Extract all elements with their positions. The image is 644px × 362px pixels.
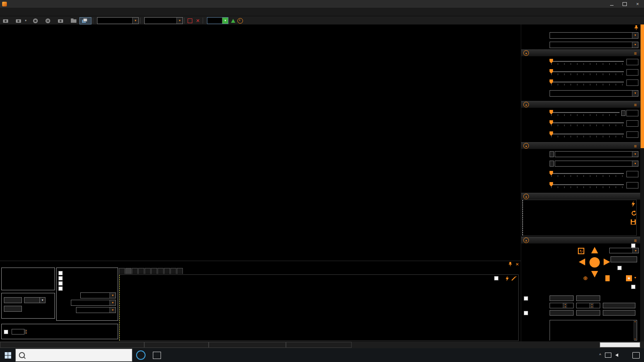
selection-area-icon[interactable] xyxy=(188,18,192,23)
scope-connected-checkbox[interactable] xyxy=(631,243,635,248)
reticle-icon[interactable]: ✕ xyxy=(194,18,201,24)
step-fine-spinner[interactable]: ▲▼ xyxy=(576,303,600,308)
save-reset-checkbox[interactable] xyxy=(4,330,8,334)
target-name-dropdown-icon[interactable]: ▼ xyxy=(132,18,138,24)
focus-out-coarse-button[interactable] xyxy=(550,310,574,316)
cortana-icon[interactable] xyxy=(136,350,146,360)
spiral-search-icon[interactable]: ↻ xyxy=(578,248,584,254)
pause-stack-button[interactable] xyxy=(4,306,22,312)
chevron-down-icon[interactable]: ▼ xyxy=(632,91,638,96)
align-frames-checkbox[interactable] xyxy=(58,271,63,275)
scrollbar-thumb[interactable] xyxy=(641,24,644,148)
slew-south-button[interactable] xyxy=(591,271,598,277)
maximize-button[interactable] xyxy=(618,0,631,8)
target-temperature-slider[interactable] xyxy=(551,120,624,127)
stop-capture-button[interactable] xyxy=(30,16,43,25)
section-image-controls[interactable]: ▲ ≡ xyxy=(521,49,640,56)
zoom-select[interactable]: ▼ xyxy=(207,17,228,24)
collapse-icon[interactable]: ▲ xyxy=(523,237,529,243)
collapse-icon[interactable]: ▲ xyxy=(523,50,529,56)
target-name-select[interactable]: ▼ xyxy=(97,17,139,24)
chevron-down-icon[interactable]: ▼ xyxy=(632,248,638,253)
search-input[interactable] xyxy=(28,352,132,358)
fx-select[interactable]: ▼ xyxy=(144,17,183,24)
raw-frames-select[interactable]: ▼ xyxy=(80,292,116,298)
chevron-down-icon[interactable]: ▼ xyxy=(632,161,638,166)
scope-setup-button[interactable] xyxy=(611,256,637,262)
quick-capture-dropdown-icon[interactable]: ▼ xyxy=(24,19,27,22)
section-preprocessing[interactable]: ▲ ≡ xyxy=(521,142,640,149)
notes-input[interactable] xyxy=(550,320,634,341)
subtract-dark-browse-button[interactable] xyxy=(550,151,554,157)
stretch-black-level-marker[interactable] xyxy=(522,200,523,235)
reverse-checkbox[interactable] xyxy=(524,311,528,315)
banding-threshold-slider[interactable] xyxy=(551,182,624,189)
auto-save-checkbox[interactable] xyxy=(58,286,63,291)
focuser-setup-button[interactable] xyxy=(603,310,635,316)
tab-log[interactable] xyxy=(177,268,183,274)
slew-stop-button[interactable] xyxy=(589,257,600,268)
notes-scrollbar[interactable]: ▲▼ xyxy=(633,320,637,340)
focus-out-fine-button[interactable] xyxy=(576,310,600,316)
clear-button[interactable] xyxy=(4,297,22,303)
tab-histogram[interactable] xyxy=(125,268,131,274)
task-view-icon[interactable] xyxy=(153,352,161,359)
auto-stretch-icon[interactable] xyxy=(505,276,509,282)
volume-icon[interactable] xyxy=(615,353,618,357)
view-select[interactable]: ▼ xyxy=(71,300,116,306)
minimize-button[interactable] xyxy=(605,0,618,8)
collapse-icon[interactable]: ▲ xyxy=(523,194,529,199)
focus-in-fine-button[interactable] xyxy=(576,295,600,301)
tracking-dropdown-icon[interactable]: ▼ xyxy=(634,276,637,279)
save-button[interactable] xyxy=(24,297,39,303)
enable-live-broadcast-select[interactable]: ▼ xyxy=(550,32,638,39)
edit-curve-icon[interactable] xyxy=(511,276,516,282)
chevron-down-icon[interactable]: ▼ xyxy=(632,33,638,38)
focus-in-coarse-button[interactable] xyxy=(550,295,574,301)
subtract-dark-select[interactable]: ▼ xyxy=(555,151,638,157)
timestamp-clock-icon[interactable] xyxy=(237,18,243,24)
chevron-down-icon[interactable]: ▼ xyxy=(632,42,638,48)
focuser-stop-button[interactable] xyxy=(603,303,635,308)
brightness-slider[interactable] xyxy=(551,69,624,76)
timestamp-frames-select[interactable]: ▼ xyxy=(550,90,638,97)
apply-flat-browse-button[interactable] xyxy=(550,161,554,167)
temp-comp-checkbox[interactable] xyxy=(524,296,528,301)
collapse-icon[interactable]: ▲ xyxy=(523,102,529,107)
save-dropdown-icon[interactable]: ▼ xyxy=(39,297,46,303)
section-menu-icon[interactable]: ≡ xyxy=(634,143,637,149)
contrast-slider[interactable] xyxy=(551,79,624,86)
taskbar-search[interactable] xyxy=(15,349,132,362)
spin-down-icon[interactable]: ▼ xyxy=(25,332,27,335)
dock-pin-icon[interactable] xyxy=(507,262,514,267)
apply-flat-select[interactable]: ▼ xyxy=(555,161,638,167)
livestack-histogram-plot[interactable] xyxy=(119,274,519,341)
tab-enhancement[interactable] xyxy=(145,268,151,274)
pin-icon[interactable] xyxy=(634,25,638,30)
fwhm-filter-checkbox[interactable] xyxy=(58,276,63,280)
goto-target-icon[interactable]: ⊕ xyxy=(583,275,588,281)
quick-capture-button[interactable]: ▼ xyxy=(13,16,30,25)
rate-select[interactable]: ▼ xyxy=(609,248,639,253)
chevron-down-icon[interactable]: ▼ xyxy=(109,293,115,298)
close-button[interactable]: × xyxy=(631,0,644,8)
spin-down-icon[interactable]: ▼ xyxy=(590,306,594,308)
fx-dropdown-icon[interactable]: ▼ xyxy=(176,18,182,24)
tab-guiding[interactable] xyxy=(151,268,157,274)
chevron-down-icon[interactable]: ▼ xyxy=(109,307,115,313)
tab-stacking[interactable] xyxy=(138,268,144,274)
banding-suppression-slider[interactable] xyxy=(551,171,624,177)
minutes-spinner[interactable]: ▲▼ xyxy=(12,329,24,335)
section-display-histogram-stretch[interactable]: ▲ xyxy=(521,193,640,200)
folder-monitor-button[interactable] xyxy=(68,16,79,25)
close-panel-icon[interactable]: ✕ xyxy=(514,262,521,267)
live-stack-button[interactable] xyxy=(79,17,91,24)
tab-filter-fwhm[interactable] xyxy=(158,268,164,274)
camera-image-view[interactable] xyxy=(0,24,521,261)
display-tray-icon[interactable] xyxy=(605,353,611,358)
snapshot-button[interactable] xyxy=(55,16,68,25)
notification-center-icon[interactable] xyxy=(632,352,640,359)
chevron-down-icon[interactable]: ▼ xyxy=(109,300,115,305)
temperature-slider[interactable] xyxy=(551,131,624,138)
section-menu-icon[interactable]: ≡ xyxy=(634,238,637,243)
